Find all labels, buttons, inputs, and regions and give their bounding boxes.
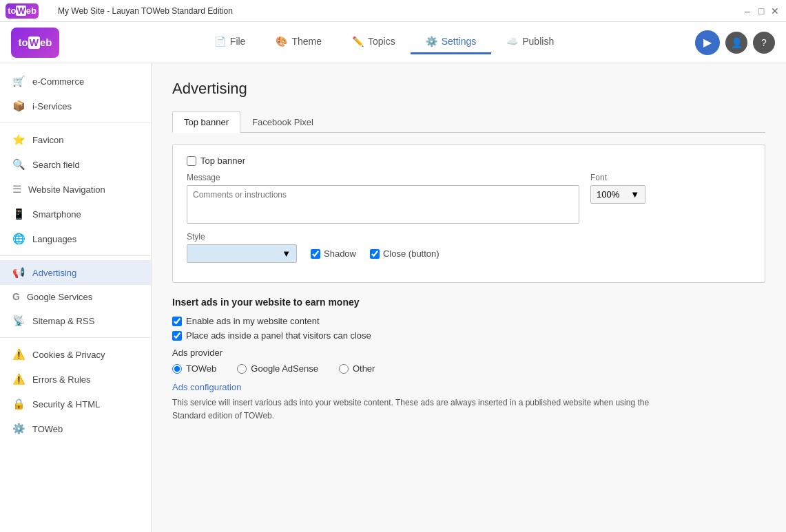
toolbar: toWeb 📄 File 🎨 Theme ✏️ Topics ⚙️ Settin… — [0, 22, 786, 63]
top-banner-panel: Top banner Message Font 100% ▼ Style — [172, 144, 765, 283]
window-title: My Web Site - Lauyan TOWeb Standard Edit… — [58, 6, 233, 16]
maximize-button[interactable]: □ — [756, 6, 767, 17]
close-button-checkbox[interactable] — [370, 249, 380, 259]
close-button-checkbox-label: Close (button) — [370, 248, 439, 259]
style-row: Style ▼ Shadow Close (button) — [187, 232, 751, 263]
sidebar-item-toweb[interactable]: ⚙️ TOWeb — [0, 416, 151, 441]
errors-icon: ⚠️ — [12, 373, 25, 385]
font-col: Font 100% ▼ — [590, 173, 645, 204]
radio-other-label: Other — [353, 363, 375, 374]
sidebar-item-ecommerce[interactable]: 🛒 e-Commerce — [0, 69, 151, 94]
message-label: Message — [187, 173, 579, 182]
toolbar-logo: toWeb — [11, 28, 59, 58]
smartphone-icon: 📱 — [12, 208, 25, 220]
radio-toweb-label: TOWeb — [186, 363, 216, 374]
close-label: Close (button) — [383, 248, 439, 259]
sidebar-label-smartphone: Smartphone — [32, 209, 81, 220]
sidebar-item-advertising[interactable]: 📢 Advertising — [0, 260, 151, 285]
sidebar-label-iservices: i-Services — [32, 101, 72, 111]
enable-ads-label: Enable ads in my website content — [186, 316, 320, 326]
top-banner-label: Top banner — [200, 156, 245, 166]
shadow-checkbox-label: Shadow — [311, 248, 356, 259]
sidebar-label-search: Search field — [32, 160, 80, 170]
sidebar-item-website-nav[interactable]: ☰ Website Navigation — [0, 177, 151, 202]
window-controls: – □ ✕ — [742, 6, 780, 17]
sidebar-item-security[interactable]: 🔒 Security & HTML — [0, 392, 151, 416]
tab-top-banner[interactable]: Top banner — [172, 111, 240, 133]
radio-toweb-input[interactable] — [172, 364, 182, 374]
nav-settings-label: Settings — [442, 36, 477, 47]
main-layout: 🛒 e-Commerce 📦 i-Services ⭐ Favicon 🔍 Se… — [0, 63, 786, 532]
font-chevron-icon: ▼ — [630, 189, 639, 200]
favicon-icon: ⭐ — [12, 134, 25, 146]
shadow-checkbox[interactable] — [311, 249, 320, 259]
font-label: Font — [590, 173, 645, 182]
radio-google-adsense[interactable]: Google AdSense — [237, 363, 318, 374]
radio-other[interactable]: Other — [339, 363, 375, 374]
tab-facebook-pixel[interactable]: Facebook Pixel — [240, 111, 325, 133]
sidebar-item-search[interactable]: 🔍 Search field — [0, 152, 151, 177]
ads-provider-label: Ads provider — [172, 348, 765, 358]
sidebar-item-languages[interactable]: 🌐 Languages — [0, 226, 151, 251]
radio-other-input[interactable] — [339, 364, 349, 374]
minimize-button[interactable]: – — [742, 6, 753, 17]
tab-bar: Top banner Facebook Pixel — [172, 111, 765, 133]
nav-publish[interactable]: ☁️ Publish — [491, 30, 569, 54]
close-button[interactable]: ✕ — [769, 6, 780, 17]
font-select-box[interactable]: 100% ▼ — [590, 185, 645, 204]
help-button[interactable]: ? — [753, 32, 775, 54]
sidebar-divider-1 — [0, 123, 151, 123]
message-textarea[interactable] — [187, 185, 579, 224]
nav-file[interactable]: 📄 File — [199, 30, 261, 54]
sidebar-label-advertising: Advertising — [32, 268, 76, 278]
title-bar-left: toWeb My Web Site - Lauyan TOWeb Standar… — [6, 3, 233, 19]
nav-settings[interactable]: ⚙️ Settings — [411, 30, 492, 54]
ecommerce-icon: 🛒 — [12, 75, 25, 87]
file-icon: 📄 — [214, 36, 226, 47]
top-banner-checkbox[interactable] — [187, 156, 196, 166]
top-banner-checkbox-row: Top banner — [187, 156, 751, 166]
style-chevron-icon: ▼ — [282, 248, 291, 259]
sidebar-label-cookies: Cookies & Privacy — [32, 350, 105, 360]
play-button[interactable]: ▶ — [695, 30, 720, 55]
iservices-icon: 📦 — [12, 100, 25, 112]
sidebar-item-google[interactable]: G Google Services — [0, 285, 151, 308]
radio-toweb[interactable]: TOWeb — [172, 363, 216, 374]
sidebar-item-favicon[interactable]: ⭐ Favicon — [0, 127, 151, 152]
toolbar-right: ▶ 👤 ? — [695, 30, 775, 55]
languages-icon: 🌐 — [12, 233, 25, 245]
style-select-box[interactable]: ▼ — [187, 244, 297, 263]
place-ads-label: Place ads inside a panel that visitors c… — [186, 330, 371, 341]
radio-google-adsense-input[interactable] — [237, 364, 247, 374]
sidebar-item-errors[interactable]: ⚠️ Errors & Rules — [0, 367, 151, 392]
content-area: Advertising Top banner Facebook Pixel To… — [152, 63, 786, 532]
sidebar-item-cookies[interactable]: ⚠️ Cookies & Privacy — [0, 342, 151, 367]
place-ads-checkbox[interactable] — [172, 331, 182, 341]
sidebar-label-google: Google Services — [27, 292, 92, 302]
nav-theme[interactable]: 🎨 Theme — [260, 30, 337, 54]
sidebar-label-website-nav: Website Navigation — [28, 184, 105, 195]
sidebar-item-sitemap[interactable]: 📡 Sitemap & RSS — [0, 308, 151, 333]
nav-publish-label: Publish — [522, 36, 554, 47]
ads-config-text: This service will insert various ads int… — [172, 396, 668, 423]
enable-ads-checkbox[interactable] — [172, 317, 182, 326]
font-value: 100% — [597, 189, 619, 200]
nav-file-label: File — [230, 36, 246, 47]
app-logo: toWeb — [6, 3, 39, 19]
ads-config-label: Ads configuration — [172, 382, 765, 392]
nav-topics-label: Topics — [368, 36, 395, 47]
sidebar-label-security: Security & HTML — [32, 399, 100, 409]
nav-topics[interactable]: ✏️ Topics — [337, 30, 411, 54]
message-row: Message Font 100% ▼ — [187, 173, 751, 224]
page-title: Advertising — [172, 80, 765, 98]
sitemap-icon: 📡 — [12, 315, 25, 327]
logo-text: toWeb — [19, 36, 52, 48]
place-ads-row: Place ads inside a panel that visitors c… — [172, 330, 765, 341]
sidebar-label-sitemap: Sitemap & RSS — [32, 316, 94, 326]
style-options: ▼ Shadow Close (button) — [187, 244, 439, 263]
sidebar-item-iservices[interactable]: 📦 i-Services — [0, 94, 151, 118]
sidebar-item-smartphone[interactable]: 📱 Smartphone — [0, 202, 151, 226]
user-button[interactable]: 👤 — [725, 32, 747, 54]
cookies-icon: ⚠️ — [12, 348, 25, 361]
ads-section: Insert ads in your website to earn money… — [172, 297, 765, 423]
